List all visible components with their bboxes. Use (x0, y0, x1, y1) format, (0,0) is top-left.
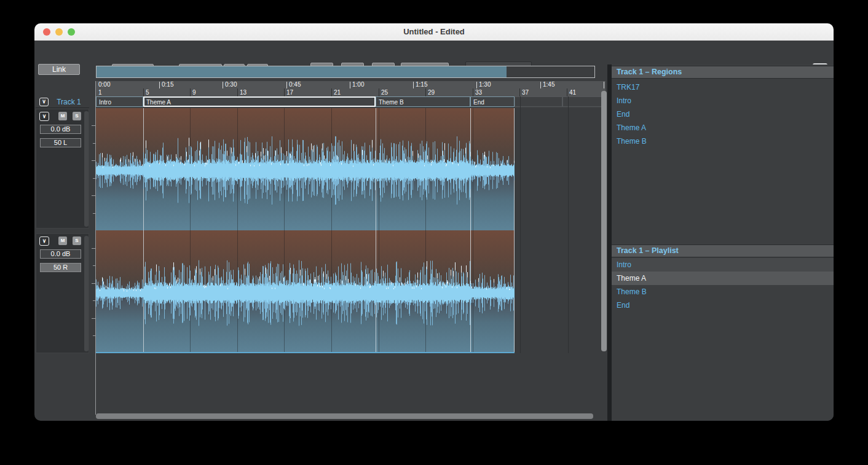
time-ruler-label: 0:30 (225, 81, 237, 88)
channel-collapse-button[interactable]: ∨ (39, 236, 49, 246)
timeline-overview-range[interactable] (97, 66, 507, 77)
grid-line (520, 96, 521, 353)
horizontal-scrollbar[interactable] (96, 413, 593, 419)
bar-ruler-label: 17 (286, 88, 293, 96)
window-title: Untitled - Edited (34, 23, 834, 41)
panel-divider (607, 64, 612, 421)
amplitude-tick (93, 213, 95, 214)
timeline-ruler[interactable]: 0:00 0:15 0:30 0:45 1:00 1:15 1:30 1:45 … (96, 81, 606, 96)
region-list-item[interactable]: Theme B (612, 135, 834, 148)
channel-gain-field[interactable]: 0.0 dB (40, 249, 81, 259)
region-clip-end[interactable]: End (470, 96, 515, 107)
region-clip-theme-b[interactable]: Theme B (376, 96, 470, 107)
bar-ruler-label: 1 (98, 88, 102, 96)
track-name[interactable]: Track 1 (52, 96, 86, 108)
time-ruler-label: 0:00 (98, 81, 110, 88)
channel-fader[interactable] (84, 111, 89, 227)
bar-ruler-label: 29 (428, 88, 435, 96)
time-ruler-label: 1:30 (479, 81, 491, 88)
region-clip-theme-a[interactable]: Theme A (143, 96, 376, 107)
bar-ruler-label: 41 (569, 88, 576, 96)
amplitude-tick (92, 195, 95, 196)
channel-strip-right: ∨ M S 0.0 dB 50 R (36, 233, 89, 353)
region-cell-empty (515, 96, 562, 107)
regions-panel-header: Track 1 – Regions (612, 66, 834, 79)
region-cell-empty (562, 96, 606, 107)
amplitude-tick (92, 283, 95, 284)
channel-pan-field[interactable]: 50 L (40, 138, 81, 147)
waveform-lane-left[interactable] (96, 108, 515, 230)
region-list-item[interactable]: Intro (612, 94, 834, 107)
amplitude-tick (93, 265, 95, 266)
title-bar[interactable]: Untitled - Edited (34, 23, 834, 41)
solo-button[interactable]: S (73, 112, 81, 120)
toolbar: Link 87.00 1 1 1 0.0 dB (34, 41, 834, 64)
grid-line (568, 96, 569, 353)
timeline-overview-bar[interactable] (96, 66, 595, 78)
vertical-scrollbar[interactable] (601, 91, 607, 351)
channel-gain-field[interactable]: 0.0 dB (40, 125, 81, 134)
time-ruler-label: 1:45 (543, 81, 554, 88)
bar-ruler-label: 33 (475, 88, 482, 96)
region-list-item[interactable]: TRK17 (612, 80, 834, 94)
region-list-item[interactable]: Theme A (612, 121, 834, 135)
solo-button[interactable]: S (73, 236, 81, 245)
amplitude-tick (92, 160, 95, 161)
bar-ruler-label: 5 (146, 88, 149, 96)
app-window: Untitled - Edited Link 87.00 1 1 1 0.0 d… (34, 23, 834, 421)
region-clip-intro[interactable]: Intro (96, 96, 143, 107)
mute-button[interactable]: M (58, 112, 67, 120)
waveform-lane-right[interactable] (96, 230, 515, 353)
bar-ruler-label: 25 (381, 88, 388, 96)
region-list-item[interactable]: End (612, 107, 834, 121)
track-header[interactable]: ∨ Track 1 (36, 96, 89, 108)
bar-ruler-label: 13 (240, 88, 247, 96)
channel-strip-left: ∨ M S 0.0 dB 50 L (36, 109, 89, 229)
region-marker-row: Intro Theme A Theme B End (96, 96, 606, 108)
amplitude-tick (93, 178, 95, 179)
channel-collapse-button[interactable]: ∨ (39, 112, 49, 121)
amplitude-tick (93, 300, 95, 301)
bar-ruler-label: 37 (522, 88, 529, 96)
time-ruler-label: 1:00 (352, 81, 364, 88)
bar-ruler-label: 9 (192, 88, 196, 96)
amplitude-scale-strip (90, 96, 95, 353)
playlist-panel-header: Track 1 – Playlist (612, 244, 834, 257)
time-ruler-label: 0:45 (289, 81, 301, 88)
link-button[interactable]: Link (38, 64, 80, 75)
playlist-item[interactable]: End (612, 299, 834, 312)
track-collapse-button[interactable]: ∨ (39, 98, 49, 106)
playlist-item[interactable]: Theme A (612, 272, 834, 285)
mute-button[interactable]: M (58, 236, 67, 245)
channel-pan-field[interactable]: 50 R (40, 263, 81, 272)
edit-area-left-edge (95, 81, 96, 415)
playlist-item[interactable]: Theme B (612, 285, 834, 299)
amplitude-tick (93, 335, 95, 336)
channel-fader[interactable] (84, 236, 89, 351)
amplitude-tick (92, 318, 95, 319)
playlist-item[interactable]: Intro (612, 258, 834, 272)
time-ruler-label: 1:15 (416, 81, 427, 88)
amplitude-tick (92, 248, 95, 249)
bar-ruler-label: 21 (334, 88, 341, 96)
amplitude-tick (93, 143, 95, 144)
side-panel: Track 1 – Regions TRK17 Intro End Theme … (612, 64, 834, 421)
time-ruler-label: 0:15 (162, 81, 173, 88)
amplitude-tick (92, 125, 95, 126)
